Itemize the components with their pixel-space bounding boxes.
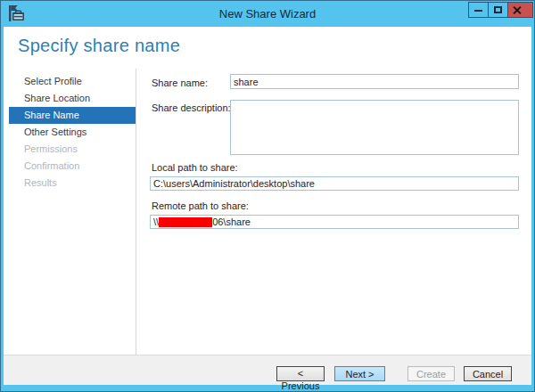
- share-description-label: Share description:: [152, 101, 231, 116]
- minimize-button[interactable]: [468, 2, 489, 18]
- next-button[interactable]: Next >: [334, 366, 385, 381]
- sidebar-item-confirmation: Confirmation: [9, 158, 136, 175]
- wizard-footer: < Previous Next > Create Cancel: [4, 355, 531, 385]
- cancel-button[interactable]: Cancel: [464, 366, 512, 381]
- maximize-icon: [494, 6, 502, 13]
- local-path-input[interactable]: [150, 176, 519, 191]
- sidebar-item-share-location[interactable]: Share Location: [9, 90, 136, 107]
- wizard-content: Specify share name Select Profile Share …: [4, 27, 531, 355]
- page-title: Specify share name: [18, 36, 180, 56]
- remote-path-label: Remote path to share:: [152, 199, 249, 214]
- previous-button[interactable]: < Previous: [276, 366, 325, 381]
- share-name-label: Share name:: [152, 76, 208, 91]
- redaction-block: [159, 217, 212, 227]
- title-bar[interactable]: New Share Wizard: [1, 1, 534, 27]
- minimize-icon: [474, 10, 482, 12]
- sidebar-item-share-name[interactable]: Share Name: [9, 107, 136, 124]
- new-share-wizard-window: New Share Wizard Specify share name Sele…: [0, 0, 535, 392]
- sidebar-item-permissions: Permissions: [9, 141, 136, 158]
- remote-path-field[interactable]: \\06\share: [150, 215, 519, 229]
- share-name-input[interactable]: [230, 74, 519, 89]
- sidebar-item-results: Results: [9, 175, 136, 192]
- close-button[interactable]: [507, 2, 533, 18]
- maximize-button[interactable]: [488, 2, 508, 18]
- window-title: New Share Wizard: [1, 1, 534, 27]
- local-path-label: Local path to share:: [152, 160, 238, 176]
- sidebar-divider: [136, 69, 136, 355]
- share-description-input[interactable]: [230, 100, 519, 155]
- sidebar-item-other-settings[interactable]: Other Settings: [9, 124, 136, 141]
- create-button: Create: [407, 366, 455, 381]
- sidebar-item-select-profile[interactable]: Select Profile: [9, 73, 136, 90]
- window-controls: [469, 2, 533, 18]
- remote-path-suffix: 06\share: [212, 216, 251, 227]
